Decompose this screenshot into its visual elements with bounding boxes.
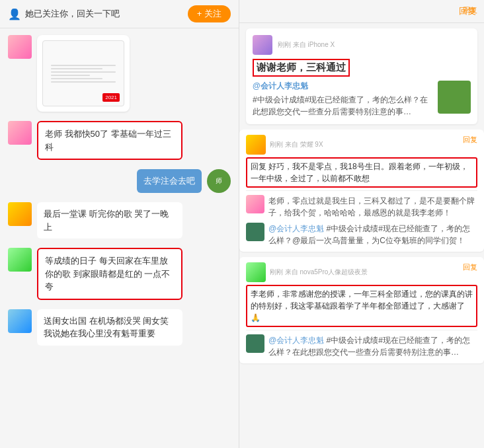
message-text-4: 最后一堂课 听完你的歌 哭了一晚上 [44,209,169,232]
divider-3 [246,330,477,330]
sender-avatar-1 [8,35,32,59]
sub-text-2b: @会计人李忠魁 #中级会计成绩#现在已经能查了，考的怎么样？@最后一次乌普量量，… [268,223,477,246]
comment-body-3: 李老师，非常感谢您的授课，一年三科全部通过，您的课真的讲的特别好，我这零基础跟着… [246,285,477,327]
comment-avatar-2 [246,135,266,155]
chat-area: 2021 老师 我都快50了 零基础一年过三科 师 去学注会去吧 最后一堂课 听… [0,28,239,448]
post-header-1: 刚刚 来自 iPhone X 回复 [253,35,471,55]
sub-comment-3: @会计人李忠魁 #中级会计成绩#现在已经能查了，考的怎么样？在此想跟您交代一些查… [246,334,477,358]
sub-avatar-3 [246,334,264,353]
sub-text-2a: 老师，零点过就是我生日，三科又都过了，是不是要翻个牌子，给我个贺，哈哈哈哈，最感… [268,195,477,219]
comment-item-2: 刚刚 来自 荣耀 9X 回复 回复 好巧，我不是零点，我18号生日。跟着老师，一… [239,130,484,252]
message-bubble-4: 最后一堂课 听完你的歌 哭了一晚上 [37,202,182,239]
doc-stamp: 2021 [102,93,120,102]
sub-avatar-2a [246,195,264,213]
follow-button[interactable]: + 关注 [188,5,231,22]
message-bubble-6: 送闺女出国 在机场都没哭 闺女笑我说她在我心里没有魁哥重要 [37,309,182,346]
right-panel: 回复 刚刚 来自 iPhone X 回复 谢谢老师，三科通过 @会计人李忠魁 #… [239,0,484,448]
notice-text: 她已关注你，回关一下吧 [25,8,120,20]
right-header: 回复 [239,0,484,23]
message-text-3: 去学注会去吧 [143,176,195,186]
msg-row-2: 老师 我都快50了 零基础一年过三科 [8,121,231,160]
post-meta-1: 刚刚 来自 iPhone X [278,40,335,50]
message-text-5: 等成绩的日子 每天回家在车里放你的歌 到家眼睛都是红的 一点不夸 [45,256,170,291]
message-text-2: 老师 我都快50了 零基础一年过三科 [45,129,171,152]
comment-text-2: 回复 好巧，我不是零点，我18号生日。跟着老师，一年初级，一年中级，全过了，以前… [251,162,468,183]
sender-avatar-5 [8,248,32,272]
msg-row-3: 师 去学注会去吧 [8,169,231,193]
sender-avatar-4 [8,202,32,226]
sub-comment-2a: 老师，零点过就是我生日，三科又都过了，是不是要翻个牌子，给我个贺，哈哈哈哈，最感… [246,195,477,219]
comment-meta-3: 刚刚 来自 nova5Pro人像超级夜景 [270,268,368,277]
msg-row-6: 送闺女出国 在机场都没哭 闺女笑我说她在我心里没有魁哥重要 [8,309,231,346]
post-thumb-1 [438,81,471,114]
post-avatar-1 [253,35,272,55]
post-title-1: 谢谢老师，三科通过 [253,59,350,77]
reply-btn-3[interactable]: 回复 [463,262,477,272]
comment-text-3: 李老师，非常感谢您的授课，一年三科全部通过，您的课真的讲的特别好，我这零基础跟着… [251,289,473,322]
comment-item-3: 刚刚 来自 nova5Pro人像超级夜景 回复 李老师，非常感谢您的授课，一年三… [239,257,484,363]
comment-avatar-3 [246,262,266,282]
post-body-name-1: @会计人李忠魁 [253,81,432,92]
comment-header-3: 刚刚 来自 nova5Pro人像超级夜景 回复 [246,262,477,282]
post-body-text-1: #中级会计成绩#现在已经能查了，考的怎么样？在此想跟您交代一些查分后需要特别注意… [253,94,432,118]
comment-header-2: 刚刚 来自 荣耀 9X 回复 [246,135,477,155]
divider-2 [246,190,477,191]
comment-body-2: 回复 好巧，我不是零点，我18号生日。跟着老师，一年初级，一年中级，全过了，以前… [246,157,477,188]
post-body-1: @会计人李忠魁 #中级会计成绩#现在已经能查了，考的怎么样？在此想跟您交代一些查… [253,81,432,118]
top-bar: 👤 她已关注你，回关一下吧 + 关注 [0,0,239,28]
comment-meta-2: 刚刚 来自 荣耀 9X [270,140,323,149]
sub-comment-2b: @会计人李忠魁 #中级会计成绩#现在已经能查了，考的怎么样？@最后一次乌普量量，… [246,223,477,246]
message-bubble-5: 等成绩的日子 每天回家在车里放你的歌 到家眼睛都是红的 一点不夸 [37,248,182,300]
notice-icon: 👤 [8,8,21,20]
teacher-avatar: 师 [207,169,231,193]
message-bubble-2: 老师 我都快50了 零基础一年过三科 [37,121,182,160]
reply-btn-2[interactable]: 回复 [463,135,477,145]
reply-btn-1[interactable]: 回复 [463,5,477,15]
msg-row-4: 最后一堂课 听完你的歌 哭了一晚上 [8,202,231,239]
message-text-6: 送闺女出国 在机场都没哭 闺女笑我说她在我心里没有魁哥重要 [44,316,169,339]
post-card-1: 刚刚 来自 iPhone X 回复 谢谢老师，三科通过 @会计人李忠魁 #中级会… [246,28,477,124]
message-bubble-3: 去学注会去吧 [137,169,202,193]
top-bar-notice: 👤 她已关注你，回关一下吧 [8,8,120,20]
post-content-1: @会计人李忠魁 #中级会计成绩#现在已经能查了，考的怎么样？在此想跟您交代一些查… [253,81,471,118]
sender-avatar-6 [8,309,32,333]
left-panel: 👤 她已关注你，回关一下吧 + 关注 2021 [0,0,239,448]
msg-row-5: 等成绩的日子 每天回家在车里放你的歌 到家眼睛都是红的 一点不夸 [8,248,231,300]
sub-text-3: @会计人李忠魁 #中级会计成绩#现在已经能查了，考的怎么样？在此想跟您交代一些查… [268,334,477,358]
document-card: 2021 [37,35,130,112]
doc-message-row: 2021 [8,35,231,112]
sub-avatar-2b [246,223,264,241]
sender-avatar-2 [8,121,32,145]
